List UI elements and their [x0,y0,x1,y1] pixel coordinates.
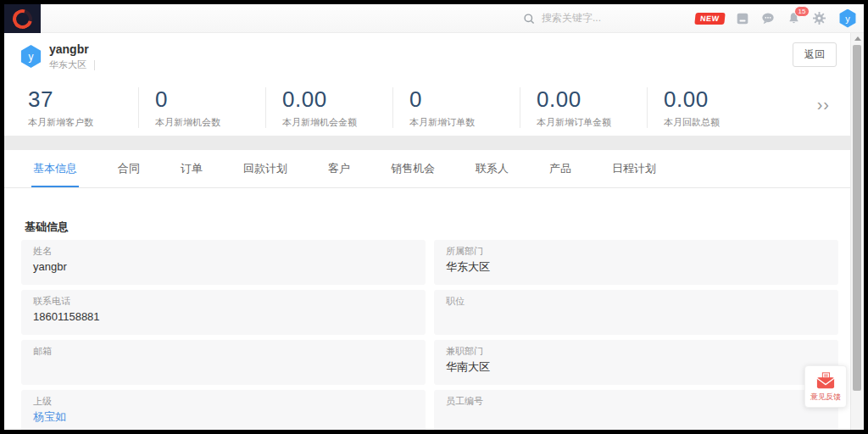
app-logo[interactable] [4,4,41,33]
feedback-envelope-icon [815,371,836,390]
stat-opportunity-amount: 0.00 本月新增机会金额 [265,87,392,128]
search-icon [523,13,535,25]
stat-label: 本月新增订单金额 [537,116,647,129]
tab-customers[interactable]: 客户 [328,150,350,187]
field-value: 华东大区 [446,260,826,274]
back-button[interactable]: 返回 [793,42,837,67]
field-label: 联系电话 [33,296,414,307]
stat-value: 0 [409,87,520,111]
stat-new-customers: 37 本月新增客户数 [28,87,138,128]
topbar-actions: NEW 15 y [695,4,858,32]
section-title: 基础信息 [25,220,69,235]
supervisor-link[interactable]: 杨宝如 [33,410,414,424]
new-badge[interactable]: NEW [694,13,725,25]
field-label: 姓名 [33,246,414,257]
detail-card: 基本信息 合同 订单 回款计划 客户 销售机会 联系人 产品 日程计划 基础信息… [4,150,864,430]
field-value [33,360,414,374]
tab-schedule[interactable]: 日程计划 [612,150,656,187]
profile-name: yangbr [49,42,89,56]
field-label: 上级 [33,396,414,407]
field-position: 职位 [434,290,838,335]
field-supervisor: 上级 杨宝如 [21,390,426,430]
stat-label: 本月回款总额 [664,116,774,129]
field-label: 兼职部门 [446,346,826,357]
divider [94,60,95,70]
field-employee-id: 员工编号 [434,390,838,430]
stat-new-orders: 0 本月新增订单数 [392,87,520,128]
stat-label: 本月新增订单数 [409,116,520,129]
search-placeholder: 搜索关键字... [542,11,601,25]
stat-label: 本月新增机会金额 [282,116,392,129]
tab-sales-opportunities[interactable]: 销售机会 [391,150,435,187]
tab-orders[interactable]: 订单 [181,150,203,187]
field-value: yangbr [33,260,414,274]
field-label: 员工编号 [446,396,826,407]
field-value [446,310,826,324]
settings-gear-icon[interactable] [813,12,826,25]
profile-header: y yangbr 华东大区 返回 [4,33,864,80]
field-phone: 联系电话 18601158881 [21,290,426,335]
field-secondary-department: 兼职部门 华南大区 [434,340,838,385]
field-label: 所属部门 [446,246,826,257]
profile-department-label: 华东大区 [49,58,86,71]
notification-count-badge: 15 [794,6,810,17]
section-separator [4,136,864,150]
brand-c-icon [9,5,36,31]
feedback-label: 意见反馈 [810,392,841,403]
tab-contracts[interactable]: 合同 [118,150,140,187]
stat-new-opportunities: 0 本月新增机会数 [138,87,265,128]
tab-contacts[interactable]: 联系人 [476,150,509,187]
docs-icon[interactable] [737,13,748,25]
app-window: 搜索关键字... NEW 15 y y yangbr 华东大区 [4,4,864,430]
stat-value: 0.00 [537,87,647,111]
tab-basic-info[interactable]: 基本信息 [33,150,77,187]
stat-value: 0 [155,87,265,111]
field-label: 邮箱 [33,346,414,357]
basic-info-form: 姓名 yangbr 所属部门 华东大区 联系电话 18601158881 职位 … [21,240,838,430]
stat-label: 本月新增机会数 [155,116,265,129]
stat-value: 0.00 [282,87,392,111]
field-value: 18601158881 [33,310,414,324]
field-name: 姓名 yangbr [21,240,426,285]
topbar: 搜索关键字... NEW 15 y [4,4,864,33]
stat-value: 37 [28,87,138,111]
profile-department: 华东大区 [49,58,95,71]
profile-avatar: y [19,45,42,68]
feedback-widget[interactable]: 意见反馈 [804,365,847,408]
stats-more-chevron-icon[interactable]: ›› [817,96,830,113]
stat-payment-total: 0.00 本月回款总额 [647,87,774,128]
monthly-stats: 37 本月新增客户数 0 本月新增机会数 0.00 本月新增机会金额 0 本月新… [4,80,830,136]
tab-products[interactable]: 产品 [549,150,571,187]
vertical-scrollbar[interactable] [850,33,864,430]
notifications-bell-icon[interactable]: 15 [787,12,800,25]
user-avatar[interactable]: y [838,9,857,28]
field-value: 华南大区 [446,360,826,374]
stat-order-amount: 0.00 本月新增订单金额 [520,87,647,128]
scrollbar-thumb[interactable] [853,45,861,391]
field-email: 邮箱 [21,340,426,385]
tab-bar: 基本信息 合同 订单 回款计划 客户 销售机会 联系人 产品 日程计划 [4,150,864,188]
stat-value: 0.00 [664,87,774,111]
field-department: 所属部门 华东大区 [434,240,838,285]
messages-icon[interactable] [761,12,775,25]
field-value [446,410,826,424]
tab-payment-plan[interactable]: 回款计划 [243,150,287,187]
scroll-up-arrow-icon[interactable] [854,36,861,41]
global-search[interactable]: 搜索关键字... [523,4,601,32]
field-label: 职位 [446,296,826,307]
stat-label: 本月新增客户数 [28,116,138,129]
